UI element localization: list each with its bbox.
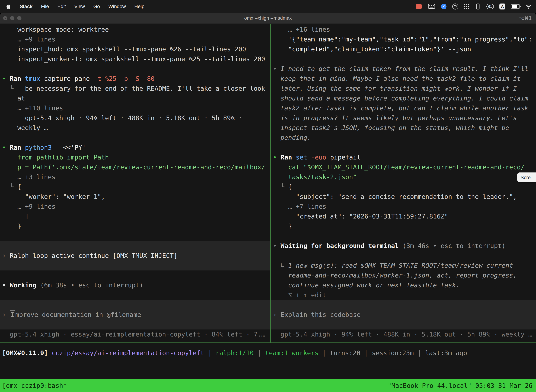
- text-segment: |: [414, 349, 425, 356]
- terminal-line: gpt-5.4 xhigh · 94% left · 488K in · 5.1…: [271, 330, 536, 339]
- text-segment: … +9 lines: [2, 36, 55, 43]
- text-segment: Working: [10, 281, 40, 289]
- terminal-line: [0, 64, 270, 74]
- composer-line[interactable]: [0, 300, 270, 310]
- menu-edit[interactable]: Edit: [57, 4, 66, 9]
- terminal-line: from pathlib import Path: [0, 152, 270, 162]
- text-segment: ›: [2, 252, 10, 259]
- text-segment: weekly …: [2, 124, 48, 131]
- terminal-line: inspect task2's JSON, focusing on the st…: [271, 123, 536, 133]
- terminal-line: • Waiting for background terminal (3m 46…: [271, 241, 536, 251]
- text-segment: from pathlib import Path: [2, 154, 109, 161]
- terminal-line: gpt-5.4 xhigh · 94% left · 488K in · 5.1…: [0, 113, 270, 123]
- terminal-content: workspace_mode: worktree … +9 lines insp…: [0, 24, 536, 342]
- terminal-line: later. Using the same for transition mig…: [271, 84, 536, 93]
- text-segment: tasks/task-2.json": [273, 173, 357, 181]
- text-segment: cczip/essay/ai-reimplementation-copyleft: [52, 349, 204, 356]
- composer-line[interactable]: › Improve documentation in @filename: [0, 310, 270, 320]
- text-segment: •: [273, 65, 281, 72]
- text-segment: ↳: [273, 262, 288, 269]
- terminal-line: "created_at": "2026-03-31T11:59:27.816Z": [271, 211, 536, 221]
- menu-view[interactable]: View: [74, 4, 85, 9]
- text-segment: set: [296, 154, 311, 161]
- text-segment: |: [204, 349, 215, 356]
- input-source-icon[interactable]: A: [499, 3, 505, 9]
- terminal-line: is in progress? It seems likely but perh…: [271, 113, 536, 123]
- apple-menu-icon[interactable]: [6, 4, 11, 9]
- text-segment: tmux: [25, 75, 44, 82]
- tmux-host-clock: "MacBook-Pro-44.local" 05:03 31-Mar-26: [388, 382, 532, 389]
- terminal-line: at: [0, 93, 270, 103]
- menu-bar: Slack File Edit View Go Window Help: [0, 0, 536, 13]
- text-segment: keep that in mind. Maybe I also need the…: [273, 75, 521, 82]
- composer-line[interactable]: › Ralph loop active continue [OMX_TMUX_I…: [0, 251, 270, 261]
- window-title: omx --xhigh --madmax: [0, 15, 536, 21]
- menu-app-name[interactable]: Slack: [20, 4, 33, 9]
- text-segment: └: [2, 183, 17, 190]
- text-segment: session:23m: [372, 349, 414, 356]
- composer-line[interactable]: [0, 261, 270, 271]
- text-segment: mprove documentation in @filename: [15, 311, 141, 318]
- composer-line[interactable]: [271, 300, 536, 310]
- text-segment: Ran: [10, 144, 25, 151]
- terminal-line: ↳ 1 new msg(s): read $OMX_TEAM_STATE_ROO…: [271, 261, 536, 271]
- text-segment: Explain this codebase: [281, 311, 360, 318]
- terminal-line: [0, 133, 270, 143]
- text-segment: •: [273, 242, 281, 249]
- text-segment: task2 after task1 is complete, but can I…: [273, 104, 528, 112]
- text-segment: is in progress? It seems likely but perh…: [273, 114, 517, 121]
- text-segment: workspace_mode: worktree: [2, 26, 109, 33]
- terminal-line: … +7 lines: [271, 202, 536, 211]
- terminal-line: gpt-5.4 xhigh · essay/ai-reimplementatio…: [0, 330, 270, 339]
- menu-window[interactable]: Window: [108, 4, 126, 9]
- wifi-icon[interactable]: [526, 4, 532, 9]
- menu-help[interactable]: Help: [134, 4, 144, 9]
- composer-line[interactable]: [271, 320, 536, 330]
- terminal-line: p = Path('.omx/state/team/review-current…: [0, 162, 270, 172]
- text-segment: Waiting for background terminal: [281, 242, 402, 249]
- browser-icon[interactable]: [441, 3, 447, 9]
- text-segment: inspect task2's JSON, focusing on the st…: [273, 124, 509, 131]
- phone-mirroring-icon[interactable]: [475, 3, 481, 9]
- composer-line[interactable]: [0, 320, 270, 330]
- terminal-line: [0, 231, 270, 241]
- text-segment: should send a message before completing …: [273, 94, 528, 102]
- text-segment: turns:20: [330, 349, 360, 356]
- terminal-line: }: [0, 221, 270, 231]
- text-segment: {: [17, 183, 21, 190]
- composer-line[interactable]: › Explain this codebase: [271, 310, 536, 320]
- text-segment: at: [2, 94, 25, 102]
- apps-grid-icon[interactable]: [464, 4, 469, 9]
- terminal-line: workspace_mode: worktree: [0, 25, 270, 34]
- terminal-line: }: [271, 221, 536, 231]
- text-segment: '{"team_name":"my-team","task_id":"1","f…: [273, 36, 532, 43]
- text-segment: … +16 lines: [273, 26, 330, 33]
- menu-file[interactable]: File: [41, 4, 49, 9]
- text-segment: gpt-5.4 xhigh · 94% left · 488K in · 5.1…: [2, 114, 242, 121]
- terminal-line: [271, 143, 536, 152]
- menu-bar-status-icons: 61 A: [415, 3, 536, 9]
- battery-percent-badge[interactable]: 61: [486, 4, 494, 9]
- terminal-line: ]: [0, 211, 270, 221]
- keyboard-icon[interactable]: [428, 4, 435, 9]
- text-segment: |: [318, 349, 330, 356]
- terminal-line: "worker": "worker-1",: [0, 192, 270, 202]
- text-segment: continue assigned work or next feasible …: [273, 281, 460, 289]
- right-pane: … +16 lines '{"team_name":"my-team","tas…: [271, 24, 536, 342]
- menu-go[interactable]: Go: [93, 4, 100, 9]
- screen-notification[interactable]: Scre: [517, 173, 536, 182]
- text-segment: capture-pane: [44, 75, 94, 82]
- record-indicator-icon[interactable]: [415, 4, 422, 9]
- assistant-icon[interactable]: [452, 3, 458, 9]
- text-segment: last:3m ago: [425, 349, 467, 356]
- text-segment: {: [288, 183, 292, 190]
- text-segment: inspect_worker-1: omx sparkshell --tmux-…: [2, 55, 265, 62]
- text-segment: (3m 46s • esc to interrupt): [402, 242, 505, 249]
- battery-icon[interactable]: [511, 4, 520, 9]
- terminal-line: … +3 lines: [0, 172, 270, 182]
- terminal-line: '{"team_name":"my-team","task_id":"1","f…: [271, 34, 536, 44]
- terminal-line: [OMX#0.11.9] cczip/essay/ai-reimplementa…: [0, 348, 536, 358]
- text-segment: readme-and-reco/mailbox/worker-1.json, a…: [273, 271, 517, 279]
- window-titlebar[interactable]: × omx --xhigh --madmax ⌥⌘1: [0, 13, 536, 24]
- composer-line[interactable]: [0, 241, 270, 251]
